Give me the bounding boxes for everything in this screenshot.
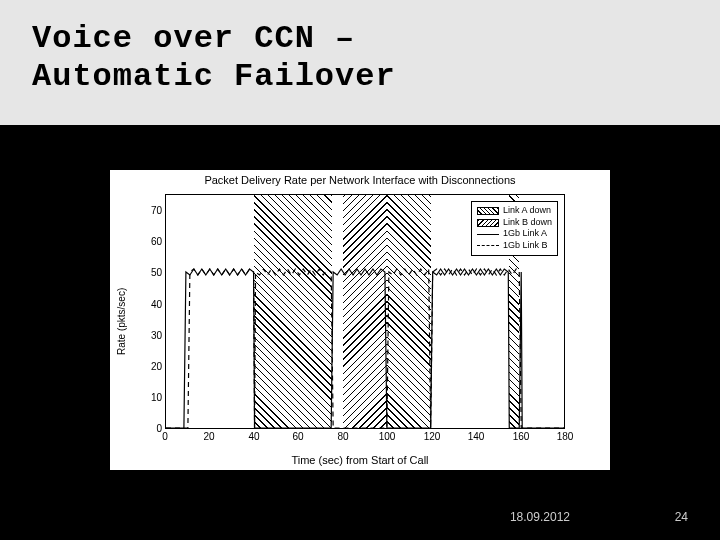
y-tick: 10 bbox=[140, 392, 162, 403]
x-tick: 20 bbox=[194, 431, 224, 442]
legend-label: Link B down bbox=[503, 217, 552, 229]
x-tick: 60 bbox=[283, 431, 313, 442]
y-tick: 20 bbox=[140, 361, 162, 372]
x-tick: 180 bbox=[550, 431, 580, 442]
legend-swatch-hatch-a bbox=[477, 207, 499, 215]
plot-area: Link A down Link B down 1Gb Link A 1Gb L… bbox=[165, 194, 565, 429]
footer-date: 18.09.2012 bbox=[510, 510, 570, 524]
x-axis-label: Time (sec) from Start of Call bbox=[110, 454, 610, 466]
legend-item: 1Gb Link A bbox=[477, 228, 552, 240]
legend-swatch-hatch-b bbox=[477, 219, 499, 227]
legend: Link A down Link B down 1Gb Link A 1Gb L… bbox=[471, 201, 558, 256]
legend-item: Link A down bbox=[477, 205, 552, 217]
y-tick: 30 bbox=[140, 330, 162, 341]
slide: Voice over CCN – Automatic Failover Pack… bbox=[0, 0, 720, 540]
y-tick: 60 bbox=[140, 236, 162, 247]
legend-item: Link B down bbox=[477, 217, 552, 229]
y-tick: 50 bbox=[140, 267, 162, 278]
x-tick: 40 bbox=[239, 431, 269, 442]
x-tick: 0 bbox=[150, 431, 180, 442]
footer-page-number: 24 bbox=[675, 510, 688, 524]
legend-label: 1Gb Link B bbox=[503, 240, 548, 252]
series-link-a bbox=[166, 269, 564, 428]
x-tick: 80 bbox=[328, 431, 358, 442]
legend-label: 1Gb Link A bbox=[503, 228, 547, 240]
legend-label: Link A down bbox=[503, 205, 551, 217]
legend-line-solid bbox=[477, 234, 499, 235]
slide-title: Voice over CCN – Automatic Failover bbox=[32, 20, 688, 97]
x-tick: 120 bbox=[417, 431, 447, 442]
y-tick: 40 bbox=[140, 299, 162, 310]
y-tick: 70 bbox=[140, 205, 162, 216]
chart-title: Packet Delivery Rate per Network Interfa… bbox=[110, 170, 610, 186]
title-line-2: Automatic Failover bbox=[32, 58, 396, 95]
y-axis-label: Rate (pkts/sec) bbox=[116, 288, 127, 355]
series-link-b bbox=[166, 269, 564, 428]
x-tick: 140 bbox=[461, 431, 491, 442]
x-tick: 160 bbox=[506, 431, 536, 442]
legend-line-dashed bbox=[477, 245, 499, 246]
title-line-1: Voice over CCN – bbox=[32, 20, 355, 57]
x-tick: 100 bbox=[372, 431, 402, 442]
legend-item: 1Gb Link B bbox=[477, 240, 552, 252]
chart: Packet Delivery Rate per Network Interfa… bbox=[110, 170, 610, 470]
